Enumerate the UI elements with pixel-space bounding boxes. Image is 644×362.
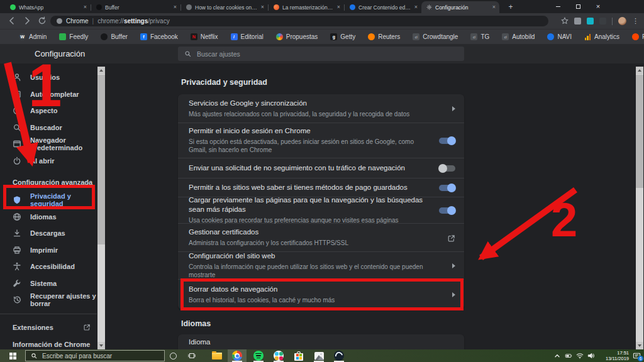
sidebar-item-extensiones[interactable]: Extensiones bbox=[0, 319, 97, 336]
settings-row-cargar-previamente-las[interactable]: Cargar previamente las páginas para que … bbox=[178, 197, 464, 224]
page-scrollbar[interactable] bbox=[636, 67, 643, 349]
back-button[interactable] bbox=[8, 16, 18, 26]
taskbar-chrome-button[interactable] bbox=[228, 349, 247, 362]
settings-row-idioma[interactable]: Idioma bbox=[178, 334, 464, 349]
sidebar-item-descargas[interactable]: Descargas bbox=[0, 225, 97, 242]
tab-buffer[interactable]: Buffer× bbox=[91, 1, 180, 13]
new-tab-button[interactable]: + bbox=[506, 2, 516, 12]
tab-close-icon[interactable]: × bbox=[337, 4, 340, 10]
settings-row-gestionar-certificados[interactable]: Gestionar certificadosAdministra la conf… bbox=[178, 224, 464, 252]
sidebar-item-privacidad-y-seguridad[interactable]: Privacidad y seguridad bbox=[0, 192, 97, 209]
sidebar-item-usuarios[interactable]: Usuarios bbox=[0, 69, 97, 86]
tab-whatsapp[interactable]: WhatsApp× bbox=[5, 1, 91, 13]
extension-icon[interactable] bbox=[574, 18, 581, 25]
settings-row-servicios-de-google[interactable]: Servicios de Google y sincronizaciónMás … bbox=[178, 94, 464, 123]
bookmark-tg[interactable]: clTG bbox=[470, 33, 489, 40]
tab-configuraci-n[interactable]: Configuración× bbox=[421, 1, 499, 13]
reload-button[interactable] bbox=[38, 16, 48, 26]
taskbar-clock[interactable]: 17:51 13/11/2019 bbox=[599, 350, 629, 361]
action-center-button[interactable]: 6 bbox=[633, 351, 641, 360]
chevron-right-icon[interactable] bbox=[452, 106, 455, 111]
scroll-down-icon[interactable] bbox=[97, 342, 105, 349]
bookmark-admin[interactable]: WAdmin bbox=[19, 33, 47, 40]
scrollbar-thumb[interactable] bbox=[97, 75, 105, 244]
sidebar-item-idiomas[interactable]: Idiomas bbox=[0, 209, 97, 226]
scroll-down-icon[interactable] bbox=[636, 342, 643, 349]
sidebar-item-aspecto[interactable]: Aspecto bbox=[0, 102, 97, 119]
settings-row-configuración-del-sitio[interactable]: Configuración del sitio webControla la i… bbox=[178, 252, 464, 280]
extension-icon[interactable] bbox=[587, 18, 594, 25]
scrollbar-thumb[interactable] bbox=[636, 75, 643, 188]
sidebar-item-configuracion-avanzada[interactable]: Configuración avanzada bbox=[0, 173, 97, 192]
sidebar-item-accesibilidad[interactable]: Accesibilidad bbox=[0, 258, 97, 275]
scroll-up-icon[interactable] bbox=[636, 67, 643, 74]
battery-icon[interactable] bbox=[565, 352, 572, 359]
taskbar-spotify-button[interactable] bbox=[249, 349, 268, 362]
tab-close-icon[interactable]: × bbox=[84, 4, 87, 10]
toggle-on[interactable] bbox=[439, 207, 455, 214]
sidebar-item-al-abrir[interactable]: Al abrir bbox=[0, 153, 97, 170]
tab-how-to-clear-cookies-on-a-w[interactable]: How to clear cookies on a W× bbox=[181, 1, 268, 13]
settings-row-permitir-a-los[interactable]: Permitir a los sitios web saber si tiene… bbox=[178, 178, 464, 197]
tab-la-remasterizaci-n-de-comm[interactable]: La remasterización de Comm× bbox=[269, 1, 344, 13]
window-minimize-button[interactable] bbox=[548, 0, 567, 13]
sidebar-item-sistema[interactable]: Sistema bbox=[0, 275, 97, 292]
bookmark-feedly[interactable]: Feedly bbox=[59, 33, 88, 40]
bookmark-reddit[interactable]: Reddit bbox=[632, 33, 644, 40]
bookmark-analytics[interactable]: Analytics bbox=[584, 33, 619, 40]
window-close-button[interactable]: × bbox=[589, 0, 608, 13]
external-link-icon[interactable] bbox=[447, 234, 455, 242]
tab-close-icon[interactable]: × bbox=[261, 4, 264, 10]
task-view-button[interactable] bbox=[185, 349, 199, 362]
speaker-icon[interactable] bbox=[587, 352, 595, 359]
bookmark-propuestas[interactable]: Propuestas bbox=[276, 33, 318, 40]
start-button[interactable] bbox=[0, 349, 25, 362]
taskbar-photos-button[interactable] bbox=[309, 349, 328, 362]
bookmark-getty[interactable]: gGetty bbox=[330, 33, 355, 40]
tab-close-icon[interactable]: × bbox=[174, 4, 177, 10]
forward-button[interactable] bbox=[23, 16, 33, 26]
tab-crear-contenido-editorial-n[interactable]: Crear Contenido editorial | N× bbox=[345, 1, 421, 13]
sidebar-item-autocompletar[interactable]: Autocompletar bbox=[0, 86, 97, 103]
bookmark-crowdtangle[interactable]: clCrowdtangle bbox=[413, 33, 458, 40]
sidebar-item-imprimir[interactable]: Imprimir bbox=[0, 242, 97, 259]
bookmark-facebook[interactable]: fFacebook bbox=[140, 33, 178, 40]
toggle-on[interactable] bbox=[439, 138, 455, 144]
bookmark-netflix[interactable]: NNetflix bbox=[191, 33, 218, 40]
sidebar-item-buscador[interactable]: Buscador bbox=[0, 119, 97, 136]
bookmark-buffer[interactable]: Buffer bbox=[101, 33, 128, 40]
bookmark-star-icon[interactable] bbox=[561, 16, 569, 27]
taskbar-search-input[interactable]: Escribe aquí para buscar bbox=[25, 350, 165, 361]
sidebar-item-recuperar-ajustes-y-borrar[interactable]: Recuperar ajustes y borrar bbox=[0, 292, 97, 309]
site-info-icon[interactable] bbox=[57, 18, 62, 24]
window-maximize-button[interactable] bbox=[569, 0, 587, 13]
taskbar-swirl-button[interactable] bbox=[330, 349, 348, 362]
chevron-right-icon[interactable] bbox=[452, 263, 455, 268]
bookmark-autobild[interactable]: clAutobild bbox=[502, 33, 535, 40]
tab-close-icon[interactable]: × bbox=[492, 4, 496, 10]
sidebar-scrollbar[interactable] bbox=[97, 67, 105, 349]
bookmark-reuters[interactable]: Reuters bbox=[368, 33, 400, 40]
sidebar-item-navegador-predeterminado[interactable]: Navegador predeterminado bbox=[0, 136, 97, 153]
taskbar-slack-button[interactable] bbox=[269, 349, 288, 362]
taskbar-explorer-button[interactable] bbox=[208, 349, 226, 362]
tray-chevron-icon[interactable] bbox=[553, 352, 561, 359]
toggle-off[interactable] bbox=[439, 165, 455, 172]
taskbar-store-button[interactable] bbox=[289, 349, 308, 362]
cortana-button[interactable] bbox=[166, 349, 180, 362]
bookmark-editorial[interactable]: /Editorial bbox=[231, 33, 264, 40]
address-bar[interactable]: Chrome | chrome://settings/privacy bbox=[50, 16, 548, 26]
chevron-right-icon[interactable] bbox=[452, 292, 455, 297]
bookmark-navi[interactable]: NAVI bbox=[547, 33, 572, 40]
tab-close-icon[interactable]: × bbox=[414, 4, 418, 10]
toggle-on[interactable] bbox=[439, 185, 455, 191]
browser-menu-icon[interactable]: ⋮ bbox=[632, 18, 639, 25]
settings-row-enviar-una-solicitud[interactable]: Enviar una solicitud de no seguimiento c… bbox=[178, 158, 464, 178]
extension-icon[interactable] bbox=[599, 18, 606, 25]
profile-avatar[interactable] bbox=[618, 17, 626, 25]
settings-row-permitir-el-inicio[interactable]: Permitir el inicio de sesión en ChromeSi… bbox=[178, 123, 464, 158]
settings-search-input[interactable]: Buscar ajustes bbox=[178, 47, 464, 61]
wifi-icon[interactable] bbox=[576, 352, 584, 359]
scroll-up-icon[interactable] bbox=[97, 67, 105, 74]
settings-row-borrar-datos-de[interactable]: Borrar datos de navegaciónBorra el histo… bbox=[178, 280, 464, 309]
